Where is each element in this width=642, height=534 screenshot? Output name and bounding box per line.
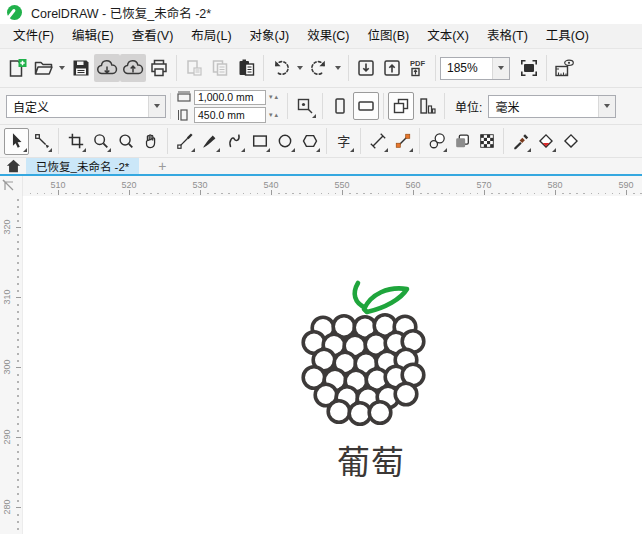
flyout-indicator-icon xyxy=(384,148,388,152)
magnifier-icon xyxy=(117,132,135,150)
zoom-tool[interactable] xyxy=(88,128,113,155)
text-tool[interactable]: 字 xyxy=(331,128,356,155)
chevron-down-icon xyxy=(297,66,303,70)
open-dropdown[interactable] xyxy=(56,55,68,81)
units-combo[interactable]: 毫米 xyxy=(488,95,616,118)
fullscreen-preview-button[interactable] xyxy=(516,54,542,82)
b-spline-tool[interactable] xyxy=(222,128,247,155)
ellipse-tool[interactable] xyxy=(272,128,297,155)
separator xyxy=(322,93,323,119)
menu-text[interactable]: 文本(X) xyxy=(418,24,478,48)
rectangle-tool[interactable] xyxy=(247,128,272,155)
toolbox: 字 xyxy=(0,125,642,158)
menu-view[interactable]: 查看(V) xyxy=(123,24,183,48)
transparency-icon xyxy=(478,132,496,150)
redo-dropdown[interactable] xyxy=(332,55,344,81)
crop-tool[interactable] xyxy=(63,128,88,155)
apply-all-pages-button[interactable] xyxy=(388,92,414,120)
export-button[interactable] xyxy=(379,54,405,82)
menu-effects[interactable]: 效果(C) xyxy=(298,24,358,48)
title-bar: CorelDRAW - 已恢复_未命名 -2* xyxy=(0,0,642,24)
save-icon xyxy=(71,58,91,78)
spin-down-icon: ▾ xyxy=(269,111,273,119)
zoom-level-dropdown[interactable] xyxy=(492,58,509,79)
drawing-canvas[interactable]: 葡萄 xyxy=(22,196,642,534)
page-width-field[interactable]: 1,000.0 mm xyxy=(194,90,266,106)
cloud-download-button[interactable] xyxy=(94,54,120,82)
new-tab-button[interactable]: + xyxy=(147,158,177,174)
redo-button[interactable] xyxy=(306,54,332,82)
menu-edit[interactable]: 编辑(E) xyxy=(63,24,123,48)
flyout-indicator-icon xyxy=(443,148,447,152)
redo-icon xyxy=(309,58,329,78)
export-icon xyxy=(382,58,402,78)
page-preset-combo[interactable]: 自定义 xyxy=(6,95,166,118)
pick-tool[interactable] xyxy=(4,128,29,155)
interactive-fill-tool[interactable] xyxy=(533,128,558,155)
document-tab-active[interactable]: 已恢复_未命名 -2* xyxy=(26,158,139,174)
plus-icon: + xyxy=(158,158,166,174)
menu-table[interactable]: 表格(T) xyxy=(478,24,537,48)
mesh-fill-icon xyxy=(562,132,580,150)
coreldraw-logo-icon xyxy=(7,5,22,20)
chevron-down-icon xyxy=(498,66,504,70)
cloud-upload-button[interactable] xyxy=(120,54,146,82)
color-eyedropper-tool[interactable] xyxy=(508,128,533,155)
open-folder-icon xyxy=(33,58,53,78)
ruler-row: 510520530540550560570580590 xyxy=(0,176,642,196)
grape-circles xyxy=(303,315,424,425)
page-preset-dropdown[interactable] xyxy=(148,96,165,117)
pan-tool[interactable] xyxy=(138,128,163,155)
save-button[interactable] xyxy=(68,54,94,82)
page-height-spinner[interactable]: ▾▴ xyxy=(266,111,281,119)
cloud-upload-icon xyxy=(122,58,144,78)
grape-caption-text[interactable]: 葡萄 xyxy=(291,436,451,484)
vertical-ruler[interactable]: 320310300290280 xyxy=(0,196,22,534)
separator xyxy=(167,128,168,154)
shape-tool[interactable] xyxy=(29,128,54,155)
import-button[interactable] xyxy=(353,54,379,82)
new-document-button[interactable] xyxy=(4,54,30,82)
transparency-tool[interactable] xyxy=(474,128,499,155)
menu-layout[interactable]: 布局(L) xyxy=(182,24,240,48)
ruler-eye-icon xyxy=(554,58,574,78)
undo-dropdown[interactable] xyxy=(294,55,306,81)
drop-shadow-tool[interactable] xyxy=(449,128,474,155)
menu-bitmaps[interactable]: 位图(B) xyxy=(359,24,419,48)
document-tab-title: 已恢复_未命名 -2* xyxy=(36,158,129,174)
welcome-screen-button[interactable] xyxy=(0,158,26,174)
undo-button[interactable] xyxy=(268,54,294,82)
separator xyxy=(419,128,420,154)
publish-pdf-button[interactable]: PDF xyxy=(405,54,431,82)
blend-tool[interactable] xyxy=(424,128,449,155)
view-rulers-button[interactable] xyxy=(551,54,577,82)
connector-tool[interactable] xyxy=(390,128,415,155)
flyout-indicator-icon xyxy=(527,148,531,152)
horizontal-ruler[interactable]: 510520530540550560570580590 xyxy=(22,176,642,196)
print-button[interactable] xyxy=(146,54,172,82)
spin-up-icon: ▴ xyxy=(275,93,279,101)
mesh-fill-tool[interactable] xyxy=(558,128,583,155)
ruler-origin-corner[interactable] xyxy=(0,176,22,196)
portrait-button[interactable] xyxy=(327,92,353,120)
zoom-out-tool[interactable] xyxy=(113,128,138,155)
page-width-spinner[interactable]: ▾▴ xyxy=(266,93,281,101)
menu-tools[interactable]: 工具(O) xyxy=(537,24,598,48)
landscape-button[interactable] xyxy=(353,92,379,120)
polygon-tool[interactable] xyxy=(297,128,322,155)
coreldraw-window: CorelDRAW - 已恢复_未命名 -2* 文件(F) 编辑(E) 查看(V… xyxy=(0,0,642,534)
page-width-icon xyxy=(177,91,191,103)
dimension-tool[interactable] xyxy=(365,128,390,155)
units-dropdown[interactable] xyxy=(598,96,615,117)
menu-file[interactable]: 文件(F) xyxy=(4,24,63,48)
svg-text:PDF: PDF xyxy=(410,59,425,68)
menu-object[interactable]: 对象(J) xyxy=(241,24,299,48)
paste-button[interactable] xyxy=(233,54,259,82)
apply-current-page-button[interactable] xyxy=(414,92,440,120)
artistic-media-tool[interactable] xyxy=(197,128,222,155)
page-height-field[interactable]: 450.0 mm xyxy=(194,107,266,123)
page-dimensions-button[interactable] xyxy=(292,92,318,120)
freehand-tool[interactable] xyxy=(172,128,197,155)
open-button[interactable] xyxy=(30,54,56,82)
zoom-level-combo[interactable]: 185% xyxy=(440,57,510,80)
